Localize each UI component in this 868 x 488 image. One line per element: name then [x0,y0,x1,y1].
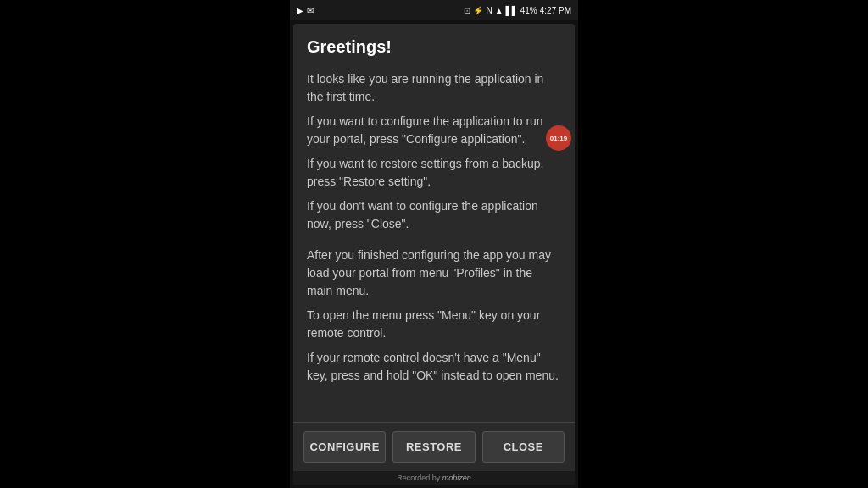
dialog-content: It looks like you are running the applic… [293,64,575,422]
red-badge: 01:19 [546,125,571,151]
watermark-text: Recorded by [397,474,440,482]
paragraph-1: It looks like you are running the applic… [307,70,561,106]
restore-button[interactable]: RESTORE [392,431,475,463]
status-bar: ▶ ✉ ⊡ ⚡ N ▲ ▌▌ 41% 4:27 PM [290,0,578,20]
paragraph-5: After you finished configuring the app y… [307,247,561,300]
dialog-title: Greetings! [293,24,575,64]
watermark-bar: Recorded by mobizen [293,471,575,485]
dialog-buttons: CONFIGURE RESTORE CLOSE [293,422,575,471]
dialog-container: Greetings! It looks like you are running… [293,24,575,485]
paragraph-7: If your remote control doesn't have a "M… [307,349,561,385]
configure-button[interactable]: CONFIGURE [303,431,386,463]
clock: 4:27 PM [540,6,571,15]
badge-time: 01:19 [550,135,567,142]
paragraph-2: If you want to configure the application… [307,113,561,148]
message-icon: ✉ [307,6,314,15]
media-icon: ▶ [297,6,303,15]
status-bar-left: ▶ ✉ [297,6,314,15]
phone-frame: ▶ ✉ ⊡ ⚡ N ▲ ▌▌ 41% 4:27 PM Greetings! It… [290,0,578,488]
close-button[interactable]: CLOSE [482,431,565,463]
battery-level: 41% [520,6,537,15]
n-icon: N [486,6,492,15]
cast-icon: ⊡ [464,6,470,15]
signal-icon: ▲ [495,6,504,15]
paragraph-6: To open the menu press "Menu" key on you… [307,307,561,342]
bluetooth-icon: ⚡ [473,6,483,15]
signal-bars: ▌▌ [506,6,518,15]
mobizen-logo: mobizen [442,474,471,482]
paragraph-3: If you want to restore settings from a b… [307,155,561,191]
paragraph-4: If you don't want to configure the appli… [307,197,561,233]
status-bar-right: ⊡ ⚡ N ▲ ▌▌ 41% 4:27 PM [464,6,571,15]
